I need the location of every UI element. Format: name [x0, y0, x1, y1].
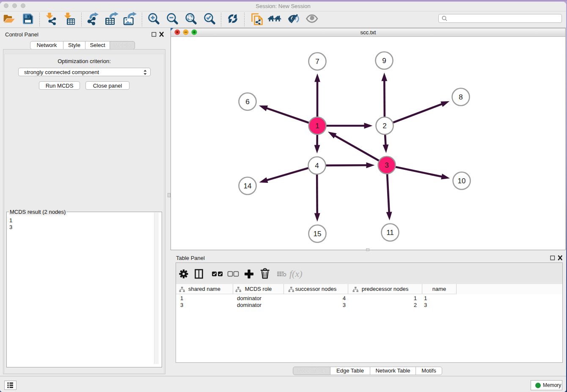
- svg-text:8: 8: [459, 93, 462, 101]
- svg-text:f(x): f(x): [289, 268, 303, 279]
- svg-text:6: 6: [245, 98, 249, 106]
- svg-text:1: 1: [315, 122, 319, 130]
- svg-text:9: 9: [382, 57, 386, 65]
- svg-text:15: 15: [314, 230, 322, 238]
- svg-text:11: 11: [386, 229, 394, 237]
- svg-text:10: 10: [458, 177, 466, 185]
- svg-text:3: 3: [385, 161, 388, 169]
- svg-text:7: 7: [315, 58, 319, 66]
- svg-text:4: 4: [315, 162, 319, 170]
- svg-text:14: 14: [244, 182, 252, 190]
- svg-text:2: 2: [383, 122, 386, 130]
